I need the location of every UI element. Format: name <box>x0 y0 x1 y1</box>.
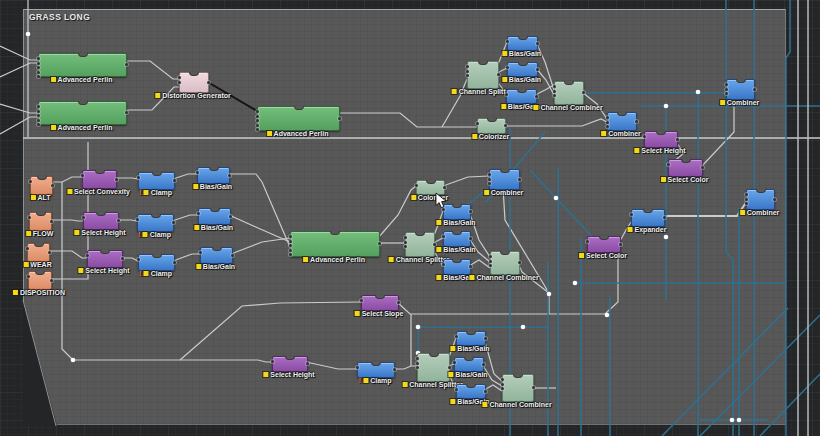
wire <box>231 238 290 254</box>
wire <box>393 366 411 369</box>
wire <box>116 178 138 179</box>
junction-dot <box>416 351 421 356</box>
wire <box>668 142 684 166</box>
wire <box>786 0 790 436</box>
wire <box>582 92 607 119</box>
wire <box>443 176 489 186</box>
wire <box>448 372 456 390</box>
wire <box>48 251 87 258</box>
wire <box>536 42 554 90</box>
wire <box>51 177 82 182</box>
wire <box>206 81 257 111</box>
junction-dot <box>521 325 526 330</box>
wire <box>448 338 456 360</box>
wire <box>411 314 417 366</box>
wire <box>619 219 633 243</box>
junction-dot <box>416 325 421 330</box>
junction-dot <box>547 292 552 297</box>
wire <box>378 186 416 238</box>
wire <box>0 63 38 77</box>
canvas-background[interactable]: { "group": { "title": "GRASS LONG" }, "c… <box>0 0 820 436</box>
wire-layer <box>0 0 820 436</box>
wire <box>23 300 56 426</box>
wire <box>338 113 477 127</box>
junction-dot <box>26 32 31 37</box>
wire <box>433 211 443 238</box>
wire <box>497 68 507 73</box>
wire <box>62 182 73 360</box>
junction-dot <box>71 358 76 363</box>
wire <box>173 174 197 179</box>
junction-dot <box>737 418 742 423</box>
junction-dot <box>730 418 735 423</box>
wire <box>484 338 502 381</box>
wire <box>485 132 545 203</box>
junction-dot <box>554 196 559 201</box>
wire <box>0 104 38 113</box>
wire <box>50 220 83 221</box>
wire <box>228 174 290 247</box>
wire <box>121 258 138 261</box>
wire <box>0 117 38 134</box>
junction-dot <box>696 90 701 95</box>
wire <box>700 315 820 436</box>
wire <box>760 374 820 436</box>
wire <box>125 87 179 110</box>
wire <box>469 211 490 257</box>
wire <box>229 215 290 242</box>
wire <box>504 119 607 126</box>
junction-dot <box>664 104 669 109</box>
junction-dot <box>605 313 610 318</box>
wire <box>448 364 454 366</box>
wire <box>442 79 467 127</box>
wire <box>433 238 443 243</box>
junction-dot <box>664 235 669 240</box>
wire <box>497 81 507 95</box>
wire <box>662 308 788 436</box>
wire <box>530 170 600 245</box>
wire <box>0 46 38 60</box>
wire <box>497 42 507 67</box>
junction-dot <box>573 281 578 286</box>
wire <box>433 249 443 266</box>
wire <box>306 362 357 369</box>
wire <box>484 385 502 391</box>
wire <box>173 254 200 261</box>
wire <box>172 215 198 221</box>
wire <box>663 204 745 216</box>
wire <box>125 61 179 79</box>
wire <box>117 220 137 221</box>
wire <box>180 302 361 360</box>
wire <box>73 360 272 362</box>
wire <box>469 260 490 268</box>
wire <box>701 98 734 167</box>
